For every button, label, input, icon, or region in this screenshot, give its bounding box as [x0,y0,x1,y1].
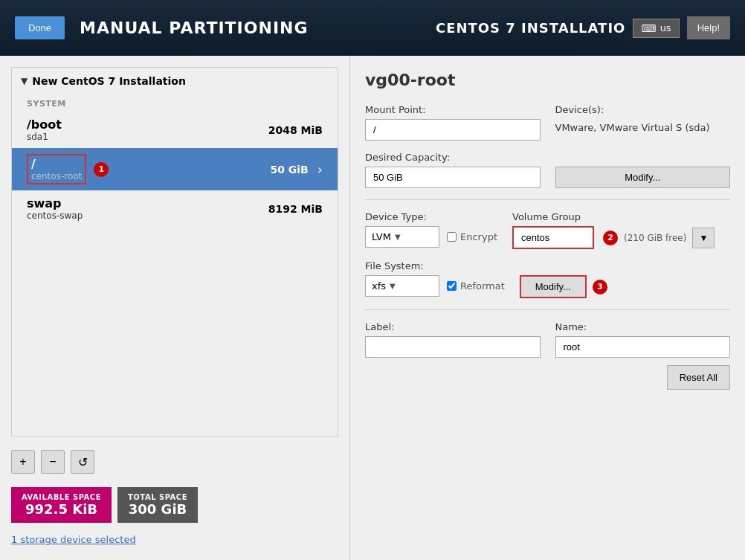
total-space-label: TOTAL SPACE [128,493,187,501]
desired-capacity-input[interactable] [365,167,541,188]
filesystem-group: File System: xfs ▼ Reformat [365,260,505,297]
partition-sub-root: centos-root [31,171,82,181]
volume-group-input[interactable] [512,226,594,249]
storage-device-link[interactable]: 1 storage device selected [11,530,338,549]
partition-detail-title: vg00-root [365,71,730,89]
main-content: ▼ New CentOS 7 Installation SYSTEM /boot… [0,56,745,560]
form-grid: Mount Point: Device(s): VMware, VMware V… [365,104,730,188]
device-type-arrow-icon: ▼ [395,233,401,241]
devices-value: VMware, VMware Virtual S (sda) [555,119,731,133]
device-vg-row: Device Type: LVM ▼ Encrypt Volume Group [365,211,730,249]
keyboard-indicator[interactable]: ⌨ us [633,19,679,38]
label-input[interactable] [365,336,541,358]
partition-size-root: 50 GiB [270,164,308,176]
header-left: Done MANUAL PARTITIONING [15,16,309,39]
label-name-grid: Label: Name: [365,321,730,358]
partition-sub-swap: centos-swap [27,210,83,221]
file-system-label: File System: [365,260,505,271]
vg-badge: 2 [603,231,618,245]
modify-group-bottom: Modify... 3 [520,260,607,298]
reformat-label-text: Reformat [460,280,505,292]
system-label: SYSTEM [12,94,338,112]
devices-label: Device(s): [555,104,731,115]
name-group: Name: [555,321,731,358]
device-type-row: LVM ▼ Encrypt [365,226,497,248]
partition-item-root[interactable]: / centos-root 1 50 GiB › [12,148,338,190]
mount-point-label: Mount Point: [365,104,541,115]
device-type-label: Device Type: [365,211,497,222]
name-input[interactable] [555,336,731,358]
file-system-select[interactable]: xfs ▼ [365,275,439,297]
space-indicators: AVAILABLE SPACE 992.5 KiB TOTAL SPACE 30… [11,487,338,523]
modify-button-bottom[interactable]: Modify... [520,275,587,298]
device-type-value: LVM [372,231,391,242]
encrypt-checkbox-label[interactable]: Encrypt [447,231,497,242]
partition-info-swap: swap centos-swap [27,196,83,221]
available-space-value: 992.5 KiB [25,501,97,517]
keyboard-icon: ⌨ [641,22,656,34]
file-system-row: xfs ▼ Reformat [365,275,505,297]
modify-button-top[interactable]: Modify... [555,167,731,188]
mount-point-input[interactable] [365,119,541,141]
divider-1 [365,199,730,200]
reformat-checkbox[interactable] [447,281,457,291]
volume-group-group: Volume Group 2 (210 GiB free) ▼ [512,211,715,249]
total-space-value: 300 GiB [129,501,187,517]
root-badge: 1 [94,162,109,177]
available-space-box: AVAILABLE SPACE 992.5 KiB [11,487,112,523]
left-panel: ▼ New CentOS 7 Installation SYSTEM /boot… [0,56,349,560]
vg-free-label: (210 GiB free) [624,233,686,243]
partition-root-right: 50 GiB › [270,161,323,177]
encrypt-checkbox[interactable] [447,232,457,242]
name-label: Name: [555,321,731,332]
mount-point-group: Mount Point: [365,104,541,141]
available-space-label: AVAILABLE SPACE [22,493,101,501]
help-button[interactable]: Help! [687,16,730,39]
volume-group-row: 2 (210 GiB free) ▼ [512,226,715,249]
header-right: CENTOS 7 INSTALLATIO ⌨ us Help! [436,16,730,39]
vg-dropdown-button[interactable]: ▼ [692,228,715,248]
reset-all-button[interactable]: Reset All [667,365,730,390]
keyboard-lang: us [660,22,671,33]
partition-name-boot: /boot [27,118,62,132]
file-system-arrow-icon: ▼ [390,282,396,290]
partition-name-swap: swap [27,196,83,210]
volume-group-label: Volume Group [512,211,715,222]
desired-capacity-label: Desired Capacity: [365,152,541,163]
device-type-select[interactable]: LVM ▼ [365,226,439,248]
partition-tree: ▼ New CentOS 7 Installation SYSTEM /boot… [11,67,338,437]
desired-capacity-group: Desired Capacity: [365,152,541,188]
page-title: MANUAL PARTITIONING [80,19,308,37]
partition-toolbar: + − ↺ [11,444,338,480]
partition-info-boot: /boot sda1 [27,118,62,142]
divider-2 [365,309,730,310]
right-panel: vg00-root Mount Point: Device(s): VMware… [349,56,745,560]
reformat-checkbox-label[interactable]: Reformat [447,280,505,292]
partition-item-swap[interactable]: swap centos-swap 8192 MiB [12,190,338,227]
done-button[interactable]: Done [15,16,65,39]
encrypt-label: Encrypt [460,231,497,242]
modify-bottom-row: Modify... 3 [520,275,607,298]
chevron-right-icon: › [317,161,323,177]
device-type-group: Device Type: LVM ▼ Encrypt [365,211,497,248]
tree-title: New CentOS 7 Installation [32,75,186,87]
remove-partition-button[interactable]: − [41,450,65,474]
tree-arrow-icon: ▼ [21,76,28,86]
add-partition-button[interactable]: + [11,450,35,474]
header: Done MANUAL PARTITIONING CENTOS 7 INSTAL… [0,0,745,56]
bottom-footer: Reset All [365,358,730,397]
modify-badge: 3 [593,280,607,295]
partition-root-outline: / centos-root [27,154,86,184]
partition-item-boot[interactable]: /boot sda1 2048 MiB [12,112,338,148]
tree-header: ▼ New CentOS 7 Installation [12,68,338,94]
modify-group-top: Modify... [555,152,731,188]
file-system-value: xfs [372,280,386,292]
devices-group: Device(s): VMware, VMware Virtual S (sda… [555,104,731,141]
partition-size-swap: 8192 MiB [268,203,323,215]
label-label: Label: [365,321,541,332]
total-space-box: TOTAL SPACE 300 GiB [117,487,198,523]
partition-root-left: / centos-root 1 [27,154,109,184]
refresh-partition-button[interactable]: ↺ [71,450,94,474]
centos-installation-title: CENTOS 7 INSTALLATIO [436,20,625,36]
partition-name-root: / [31,157,82,171]
